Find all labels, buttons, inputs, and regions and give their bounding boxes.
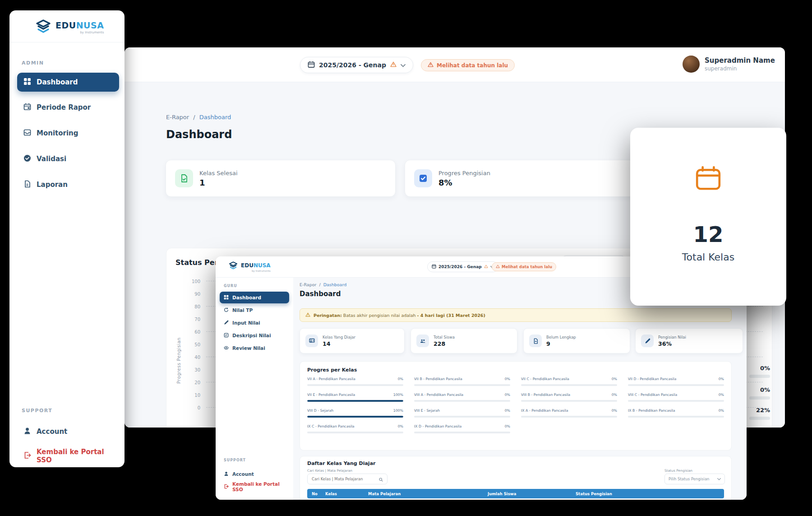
edunusa-logo-icon — [228, 261, 238, 272]
status-filter-select[interactable]: Pilih Status Pengisian — [664, 474, 725, 484]
deadline-warning-banner: Peringatan: Batas akhir pengisian nilai … — [300, 308, 732, 322]
edge-stat: 0% — [749, 386, 770, 400]
file-check-icon — [175, 169, 193, 187]
progress-track — [414, 416, 510, 418]
daftar-kelas-panel: Daftar Kelas Yang Diajar Cari Kelas | Ma… — [300, 456, 732, 500]
stat-card-progres-pengisian: Progres Pengisian 8% — [405, 160, 635, 197]
sidebar-item-dashboard[interactable]: Dashboard — [220, 292, 289, 303]
admin-section-label: ADMIN — [22, 60, 44, 66]
progress-track — [307, 384, 403, 386]
user-icon — [224, 471, 229, 477]
edge-progress-bar — [749, 375, 770, 378]
user-menu[interactable]: Superadmin Name superadmin — [683, 56, 775, 73]
progress-track — [521, 416, 617, 418]
search-icon[interactable] — [379, 475, 383, 483]
stat-card-belum-lengkap: Belum Lengkap 9 — [523, 328, 630, 353]
table-header-row: No Kelas Mata Pelajaran Jumlah Siswa Sta… — [307, 489, 724, 498]
warning-triangle-icon — [390, 61, 397, 69]
table-section-title: Daftar Kelas Yang Diajar — [307, 460, 376, 466]
sidebar-item-nilai-tp[interactable]: Nilai TP — [220, 304, 289, 316]
sidebar-item-dashboard[interactable]: Dashboard — [17, 73, 119, 92]
notice-badge[interactable]: Melihat data tahun lalu — [421, 59, 515, 71]
calendar-icon — [694, 165, 722, 194]
brand-name: EDUNUSA — [55, 20, 104, 30]
y-axis-tick: 60 — [175, 325, 200, 338]
sidebar-item-account[interactable]: Account — [17, 422, 119, 441]
support-section-label: SUPPORT — [216, 458, 246, 462]
calendar-icon — [23, 103, 31, 112]
chevron-down-icon — [717, 477, 721, 481]
sidebar-item-review-nilai[interactable]: Review Nilai — [220, 342, 289, 354]
warning-triangle-icon — [496, 265, 500, 269]
sidebar-item-portal-sso[interactable]: Kembali ke Portal SSO — [220, 481, 289, 493]
brand-tagline: by Instruments — [55, 31, 104, 34]
brand-tagline: by Instruments — [241, 270, 271, 272]
refresh-icon — [224, 307, 229, 313]
eye-icon — [224, 345, 229, 351]
sidebar-item-periode-rapor[interactable]: Periode Rapor — [17, 98, 119, 117]
pencil-icon — [641, 335, 654, 347]
y-axis-tick: 90 — [175, 288, 200, 300]
edge-stat: 0% — [749, 365, 770, 378]
sidebar-item-deskripsi-nilai[interactable]: Deskripsi Nilai — [220, 330, 289, 341]
stat-card-pengisian-nilai: Pengisian Nilai 36% — [635, 328, 743, 353]
breadcrumb[interactable]: E-Rapor / Dashboard — [166, 114, 231, 121]
filter-label: Status Pengisian — [664, 469, 692, 473]
breadcrumb[interactable]: E-Rapor / Dashboard — [300, 282, 346, 287]
progress-item: VIII E - Sejarah 0% — [414, 409, 510, 418]
progress-item: VII B - Pendidikan Pancasila 0% — [414, 377, 510, 386]
sidebar-item-monitoring[interactable]: Monitoring — [17, 124, 119, 143]
sidebar-item-portal-sso[interactable]: Kembali ke Portal SSO — [17, 446, 119, 465]
brand-name: EDUNUSA — [241, 262, 271, 269]
y-axis-tick: 80 — [175, 300, 200, 313]
progress-item: IX A - Pendidikan Pancasila 0% — [521, 409, 617, 418]
edge-stat: 22% — [749, 407, 770, 420]
period-selector[interactable]: 2025/2026 - Genap — [300, 57, 413, 73]
user-icon — [23, 427, 31, 437]
progress-grid: VII A - Pendidikan Pancasila 0% VII B - … — [307, 377, 724, 433]
y-axis-tick: 20 — [175, 376, 200, 389]
sidebar-item-laporan[interactable]: Laporan — [17, 175, 119, 194]
checkbox-icon — [414, 169, 432, 187]
check-circle-icon — [23, 154, 31, 164]
progress-item: VIII D - Sejarah 100% — [307, 409, 403, 418]
progress-track — [414, 432, 510, 433]
sidebar-item-account[interactable]: Account — [220, 468, 289, 480]
y-axis-tick: 0 — [175, 401, 200, 414]
progress-section-title: Progres per Kelas — [307, 367, 357, 373]
stat-card-kelas-diajar: Kelas Yang Diajar 14 — [300, 328, 405, 353]
progress-item: VIII B - Pendidikan Pancasila 0% — [521, 393, 617, 402]
report-icon — [23, 180, 31, 190]
progress-track — [628, 384, 724, 386]
user-name: Superadmin Name — [705, 56, 775, 65]
total-kelas-card: 12 Total Kelas — [630, 128, 786, 306]
page-title: Dashboard — [166, 128, 232, 141]
admin-header: 2025/2026 - Genap Melihat data tahun lal… — [125, 47, 785, 82]
search-input[interactable] — [312, 477, 376, 481]
progress-track — [307, 400, 403, 402]
sidebar-item-validasi[interactable]: Validasi — [17, 149, 119, 168]
warning-triangle-icon — [428, 62, 434, 69]
sidebar-item-input-nilai[interactable]: Input Nilai — [220, 317, 289, 329]
brand-logo: EDUNUSA by Instruments — [9, 10, 125, 42]
search-label: Cari Kelas | Mata Pelajaran — [307, 469, 352, 473]
grid-icon — [23, 78, 31, 87]
total-kelas-value: 12 — [693, 222, 724, 247]
warning-triangle-icon — [484, 265, 488, 269]
progress-item: VII A - Pendidikan Pancasila 0% — [307, 377, 403, 386]
guru-section-label: GURU — [216, 284, 293, 288]
period-selector[interactable]: 2025/2026 - Genap — [427, 261, 498, 272]
admin-sidebar-panel: EDUNUSA by Instruments ADMIN Dashboard P… — [9, 10, 125, 467]
progress-item: VIII C - Pendidikan Pancasila 0% — [628, 393, 724, 402]
stat-card-kelas-selesai: Kelas Selesai 1 — [166, 160, 396, 197]
progress-item: IX D - Pendidikan Pancasila 0% — [414, 424, 510, 433]
progress-fill — [307, 416, 403, 418]
logout-icon — [224, 484, 229, 490]
logout-icon — [23, 451, 31, 461]
y-axis-tick: 30 — [175, 363, 200, 376]
chevron-down-icon — [401, 61, 406, 69]
progress-item: IX B - Pendidikan Pancasila 0% — [628, 409, 724, 418]
notice-badge[interactable]: Melihat data tahun lalu — [492, 262, 556, 271]
guru-content: E-Rapor / Dashboard Dashboard Peringatan… — [293, 278, 747, 500]
stat-card-total-siswa: Total Siswa 228 — [411, 328, 517, 353]
